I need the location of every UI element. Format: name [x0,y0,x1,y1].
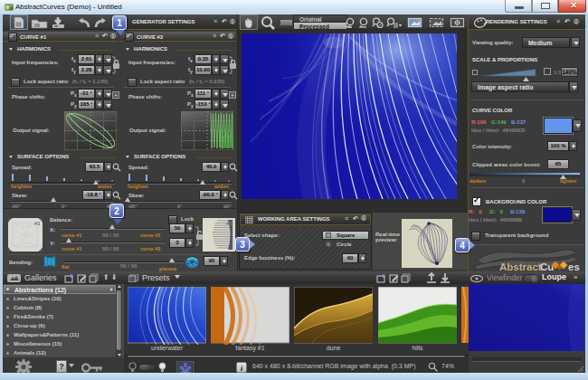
svg-text:#2: #2 [226,221,232,226]
svg-text:#1: #1 [34,221,41,226]
